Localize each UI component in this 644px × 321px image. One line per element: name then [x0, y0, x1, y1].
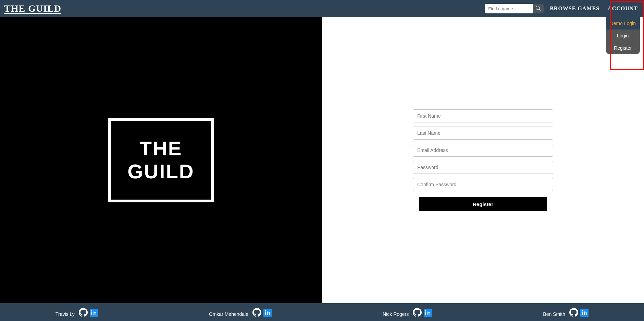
linkedin-icon[interactable]: [90, 309, 98, 317]
dropdown-demo-login[interactable]: Demo Login: [606, 17, 640, 29]
register-form: Register: [413, 109, 553, 211]
footer-person: Nick Rogers: [383, 308, 432, 317]
last-name-field[interactable]: [413, 127, 553, 140]
first-name-field[interactable]: [413, 109, 553, 122]
linkedin-icon[interactable]: [424, 309, 432, 317]
dropdown-register[interactable]: Register: [606, 42, 640, 54]
footer-person: Travis Ly: [55, 308, 98, 317]
person-name: Travis Ly: [55, 311, 75, 317]
footer-person: Ben Smith: [543, 308, 589, 317]
linkedin-icon[interactable]: [580, 309, 589, 317]
password-field[interactable]: [413, 161, 553, 174]
footer: Travis Ly Omkar Mehendale Nick Rogers Be…: [0, 303, 644, 321]
hero-logo-box: THE GUILD: [108, 118, 213, 202]
main: THE GUILD Register: [0, 17, 644, 303]
search-icon: [536, 6, 541, 12]
form-panel: Register: [322, 17, 644, 303]
browse-games-link[interactable]: BROWSE GAMES: [550, 5, 599, 12]
email-field[interactable]: [413, 144, 553, 157]
github-icon[interactable]: [79, 308, 88, 317]
dropdown-login[interactable]: Login: [606, 29, 640, 42]
account-menu[interactable]: ACCOUNT Demo Login Login Register: [606, 2, 640, 15]
brand-logo[interactable]: THE GUILD: [4, 3, 61, 14]
github-icon[interactable]: [413, 308, 422, 317]
person-name: Nick Rogers: [383, 311, 409, 317]
hero-logo-line1: THE: [127, 137, 194, 160]
register-button[interactable]: Register: [419, 197, 547, 211]
person-name: Ben Smith: [543, 311, 565, 317]
account-label: ACCOUNT: [608, 5, 638, 12]
hero-panel: THE GUILD: [0, 17, 322, 303]
footer-person: Omkar Mehendale: [209, 308, 272, 317]
account-dropdown: Demo Login Login Register: [606, 17, 640, 54]
confirm-password-field[interactable]: [413, 178, 553, 191]
hero-logo-line2: GUILD: [127, 160, 194, 183]
linkedin-icon[interactable]: [263, 309, 272, 317]
search-button[interactable]: [533, 4, 544, 13]
navbar: THE GUILD BROWSE GAMES ACCOUNT Demo Logi…: [0, 0, 644, 17]
github-icon[interactable]: [252, 308, 261, 317]
search-input[interactable]: [485, 4, 533, 13]
github-icon[interactable]: [569, 308, 578, 317]
search-group: [485, 4, 544, 13]
nav-right: BROWSE GAMES ACCOUNT Demo Login Login Re…: [485, 2, 640, 15]
person-name: Omkar Mehendale: [209, 311, 248, 317]
